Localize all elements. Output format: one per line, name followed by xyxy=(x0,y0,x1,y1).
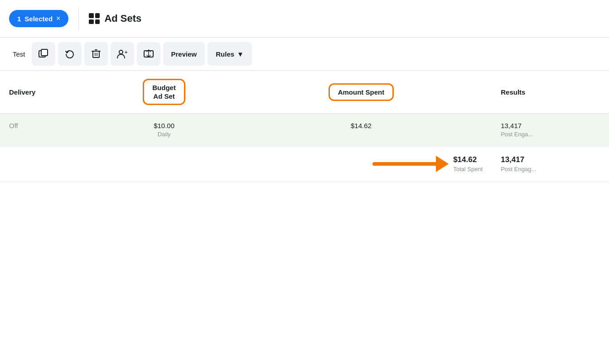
svg-point-7 xyxy=(119,50,123,54)
cell-delivery: Off xyxy=(0,114,98,146)
data-table-wrap: Delivery Budget Ad Set Amount Spent Resu… xyxy=(0,71,609,182)
preview-button[interactable]: Preview xyxy=(163,42,205,66)
grid-icon xyxy=(89,13,100,24)
col-header-budget: Budget Ad Set xyxy=(98,71,231,114)
totals-row: $14.62 Total Spent 13,417 Post Engag... xyxy=(0,146,609,182)
duplicate-button[interactable] xyxy=(32,42,55,66)
svg-rect-1 xyxy=(41,49,48,56)
totals-cell-budget xyxy=(98,146,231,182)
svg-text:+: + xyxy=(125,49,127,55)
toolbar-label: Test xyxy=(9,50,29,58)
budget-value: $10.00 xyxy=(107,122,222,129)
totals-cell-amount-spent: $14.62 Total Spent xyxy=(231,146,492,182)
audience-icon: + xyxy=(116,49,128,59)
delete-button[interactable] xyxy=(84,42,108,66)
table-row: Off $10.00 Daily $14.62 13,417 Post Enga… xyxy=(0,114,609,146)
amount-spent-value: $14.62 xyxy=(240,122,483,129)
toolbar: Test + xyxy=(0,38,609,71)
ad-sets-table: Delivery Budget Ad Set Amount Spent Resu… xyxy=(0,71,609,182)
total-amount-value: $14.62 xyxy=(453,155,477,164)
col-budget-main-label: Budget xyxy=(152,84,176,91)
ad-sets-title: Ad Sets xyxy=(89,13,141,24)
results-value: 13,417 xyxy=(501,122,600,129)
total-amount-spent-cell: $14.62 Total Spent xyxy=(453,155,483,172)
preview-label: Preview xyxy=(171,50,197,58)
vertical-divider xyxy=(78,7,79,30)
col-header-results: Results xyxy=(492,71,609,114)
export-button[interactable] xyxy=(137,42,160,66)
total-results-sub: Post Engag... xyxy=(501,166,600,172)
col-budget-sub-label: Ad Set xyxy=(153,92,175,100)
duplicate-icon xyxy=(39,49,48,59)
cell-results: 13,417 Post Enga... xyxy=(492,114,609,146)
delivery-value: Off xyxy=(9,122,18,129)
cell-amount-spent: $14.62 xyxy=(231,114,492,146)
selected-label: Selected xyxy=(24,15,53,23)
col-header-amount-spent: Amount Spent xyxy=(231,71,492,114)
totals-cell-results: 13,417 Post Engag... xyxy=(492,146,609,182)
arrow-head xyxy=(436,156,449,172)
budget-sub: Daily xyxy=(107,131,222,138)
header-bar: 1 Selected × Ad Sets xyxy=(0,0,609,38)
results-sub: Post Enga... xyxy=(501,131,600,138)
cell-budget: $10.00 Daily xyxy=(98,114,231,146)
svg-rect-2 xyxy=(93,51,99,57)
audience-button[interactable]: + xyxy=(111,42,134,66)
export-icon xyxy=(143,49,154,59)
amount-spent-highlight-box: Amount Spent xyxy=(329,83,394,101)
rules-button[interactable]: Rules ▼ xyxy=(208,42,252,66)
undo-button[interactable] xyxy=(58,42,82,66)
ad-sets-label: Ad Sets xyxy=(104,13,141,24)
col-header-delivery: Delivery xyxy=(0,71,98,114)
col-amount-main-label: Amount Spent xyxy=(338,88,385,96)
selected-badge[interactable]: 1 Selected × xyxy=(9,10,68,27)
selected-count: 1 xyxy=(17,15,21,23)
total-amount-sub: Total Spent xyxy=(453,166,483,172)
totals-cell-delivery xyxy=(0,146,98,182)
orange-arrow xyxy=(372,156,449,172)
trash-icon xyxy=(91,49,101,59)
undo-icon xyxy=(65,49,75,59)
budget-highlight-box: Budget Ad Set xyxy=(143,79,185,105)
clear-selection-button[interactable]: × xyxy=(56,14,60,23)
arrow-shaft xyxy=(372,162,436,166)
table-header-row: Delivery Budget Ad Set Amount Spent Resu… xyxy=(0,71,609,114)
rules-dropdown-icon: ▼ xyxy=(237,50,244,58)
rules-label: Rules xyxy=(216,50,234,58)
total-results-value: 13,417 xyxy=(501,155,600,164)
